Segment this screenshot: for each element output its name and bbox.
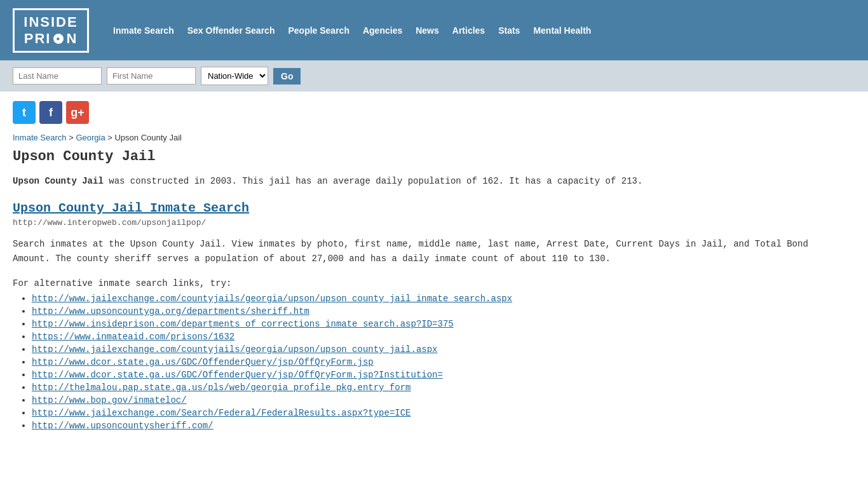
logo-prison-text: PRI●N: [21, 30, 81, 47]
nav-mental-health[interactable]: Mental Health: [528, 23, 596, 38]
breadcrumb-georgia[interactable]: Georgia: [76, 133, 105, 142]
inmate-search-url: http://www.interopweb.com/upsonjailpop/: [13, 218, 813, 227]
site-header: INSIDE PRI●N Inmate Search Sex Offender …: [0, 0, 868, 60]
list-item: http://www.upsoncountysheriff.com/: [32, 421, 813, 431]
alt-link-3[interactable]: http://www.insideprison.com/departments_…: [32, 319, 454, 329]
last-name-input[interactable]: [13, 67, 102, 85]
facebook-icon[interactable]: f: [39, 101, 62, 124]
intro-bold: Upson County Jail: [13, 176, 104, 186]
list-item: http://www.insideprison.com/departments_…: [32, 319, 813, 329]
nav-stats[interactable]: Stats: [493, 23, 525, 38]
alt-link-8[interactable]: http://thelmalou.pap.state.ga.us/pls/web…: [32, 383, 411, 393]
list-item: https://www.inmateaid.com/prisons/1632: [32, 332, 813, 342]
alt-link-5[interactable]: http://www.jailexchange.com/countyjails/…: [32, 344, 438, 355]
location-select[interactable]: Nation-Wide Alabama Alaska Georgia: [201, 67, 268, 85]
list-item: http://www.jailexchange.com/Search/Feder…: [32, 408, 813, 418]
alt-link-6[interactable]: http://www.dcor.state.ga.us/GDC/Offender…: [32, 357, 374, 367]
alt-link-4[interactable]: https://www.inmateaid.com/prisons/1632: [32, 332, 234, 342]
search-bar: Nation-Wide Alabama Alaska Georgia Go: [0, 60, 868, 92]
site-logo[interactable]: INSIDE PRI●N: [13, 8, 89, 53]
nav-sex-offender-search[interactable]: Sex Offender Search: [182, 23, 280, 38]
list-item: http://thelmalou.pap.state.ga.us/pls/web…: [32, 383, 813, 393]
breadcrumb-current: Upson County Jail: [114, 133, 182, 142]
main-nav: Inmate Search Sex Offender Search People…: [108, 23, 596, 38]
list-item: http://www.jailexchange.com/countyjails/…: [32, 294, 813, 304]
inmate-search-link[interactable]: Upson County Jail Inmate Search: [13, 201, 813, 215]
list-item: http://www.upsoncountyga.org/departments…: [32, 306, 813, 316]
logo-inside-text: INSIDE: [21, 14, 81, 30]
alt-links-list: http://www.jailexchange.com/countyjails/…: [13, 294, 813, 431]
nav-inmate-search[interactable]: Inmate Search: [108, 23, 179, 38]
list-item: http://www.dcor.state.ga.us/GDC/Offender…: [32, 370, 813, 380]
list-item: http://www.jailexchange.com/countyjails/…: [32, 344, 813, 355]
social-bar: t f g+: [0, 92, 868, 130]
googleplus-icon[interactable]: g+: [66, 101, 89, 124]
logo-o-icon: ●: [51, 32, 65, 46]
twitter-icon[interactable]: t: [13, 101, 36, 124]
go-button[interactable]: Go: [273, 68, 301, 85]
breadcrumb: Inmate Search > Georgia > Upson County J…: [0, 130, 868, 149]
list-item: http://www.dcor.state.ga.us/GDC/Offender…: [32, 357, 813, 367]
description-text: Search inmates at the Upson County Jail.…: [13, 237, 813, 266]
alt-link-7[interactable]: http://www.dcor.state.ga.us/GDC/Offender…: [32, 370, 443, 380]
intro-rest: was constructed in 2003. This jail has a…: [104, 176, 643, 186]
nav-people-search[interactable]: People Search: [283, 23, 355, 38]
alt-links-intro: For alternative inmate search links, try…: [13, 278, 813, 288]
alt-link-9[interactable]: http://www.bop.gov/inmateloc/: [32, 395, 187, 405]
page-title: Upson County Jail: [13, 149, 813, 165]
alt-link-1[interactable]: http://www.jailexchange.com/countyjails/…: [32, 294, 512, 304]
nav-news[interactable]: News: [410, 23, 444, 38]
main-content: Upson County Jail Upson County Jail was …: [0, 149, 826, 452]
alt-link-2[interactable]: http://www.upsoncountyga.org/departments…: [32, 306, 309, 316]
alt-link-10[interactable]: http://www.jailexchange.com/Search/Feder…: [32, 408, 411, 418]
nav-articles[interactable]: Articles: [447, 23, 490, 38]
alt-link-11[interactable]: http://www.upsoncountysheriff.com/: [32, 421, 214, 431]
breadcrumb-inmate-search[interactable]: Inmate Search: [13, 133, 67, 142]
list-item: http://www.bop.gov/inmateloc/: [32, 395, 813, 405]
nav-agencies[interactable]: Agencies: [358, 23, 407, 38]
intro-paragraph: Upson County Jail was constructed in 200…: [13, 174, 813, 188]
first-name-input[interactable]: [107, 67, 196, 85]
